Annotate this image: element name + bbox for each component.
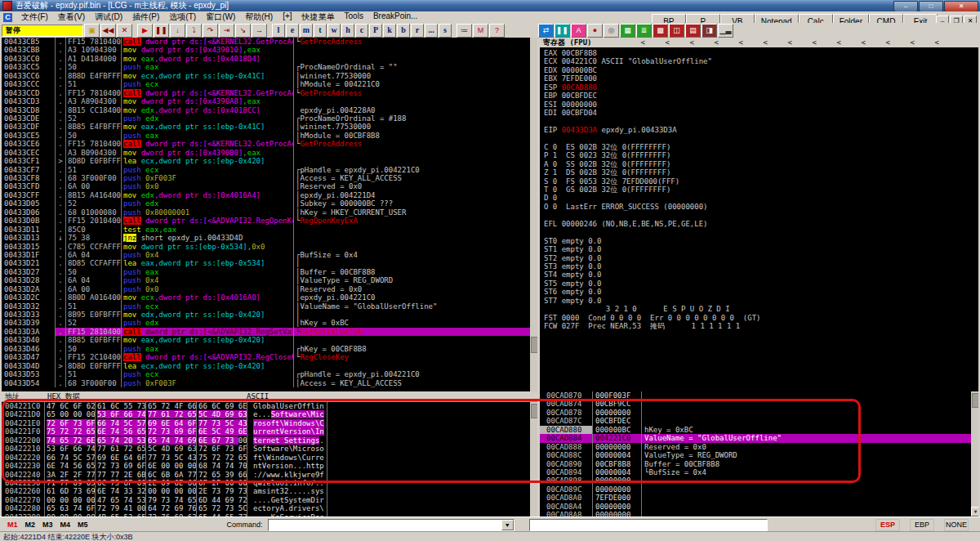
disasm-row[interactable]: 00433CDE.52push edx┌ProcNameOrOrdinal = … [2,114,537,123]
follow-button-none[interactable]: NONE [944,519,969,531]
menu-item-9[interactable]: Tools [340,11,368,23]
dump-row[interactable]: 004221E072 6F 73 6F66 74 5C 5769 6E 64 6… [2,419,537,427]
dump-row[interactable]: 0042226061 6D 73 696E 74 33 3200 00 00 0… [2,487,537,495]
toolbar-letter-b[interactable]: b [397,24,410,38]
disasm-row[interactable]: 00433CBB.A3 10904300mov dword ptr ds:[0x… [2,46,537,54]
command-dropdown-arrow[interactable]: ▼ [501,520,514,530]
stack-pane[interactable]: 00CAD870000F003F00CAD87400CBF9CC00CAD878… [540,391,978,516]
disasm-row[interactable]: 00433CFD.6A 00push 0x0│Reserved = 0x0 [2,182,537,190]
dump-row[interactable]: 004221F075 72 72 656E 74 56 6572 73 69 6… [2,427,537,436]
disasm-row[interactable]: 00433CEC.A3 B0904300mov dword ptr ds:[0x… [2,149,537,157]
toolbar-letter-l[interactable]: l [272,24,285,38]
history-chevron[interactable]: < [739,38,743,47]
toolbar-plugin-icon-8[interactable]: ◫ [669,24,684,38]
disasm-row[interactable]: 00433D32.51push ecx│ValueName = "GlobalU… [2,302,537,311]
toolbar-letter-dotdotdot[interactable]: ... [425,24,438,38]
history-chevron[interactable]: < [911,38,915,47]
memory-tab-m3[interactable]: M3 [42,521,53,529]
stack-row[interactable]: 00CAD89400000004└BufSize = 0x4 [540,468,978,476]
stack-row[interactable]: 00CAD884004221C0ValueName = "GlobalUserO… [540,434,978,442]
disasm-row[interactable]: 00433CD8.8B15 CC184000mov edx,dword ptr … [2,106,537,114]
stack-row[interactable]: 00CAD87C00CBFDEC [540,417,978,425]
disasm-row[interactable]: 00433D46.50push eax┌hKey = 00CBF8B8 [2,345,537,353]
toolbar-plugin-icon-0[interactable]: ⇄ [538,24,554,38]
stack-row[interactable]: 00CAD88800000000Reserved = 0x0 [540,443,978,451]
disasm-row[interactable]: 00433CE6.FF15 78104000call dword ptr ds:… [2,140,537,148]
disasm-row[interactable]: 00433CC5.50push eax┌ProcNameOrOrdinal = … [2,63,537,71]
disasm-row[interactable]: 00433CB5.FF15 78104000call dword ptr ds:… [2,38,537,46]
history-chevron[interactable]: < [862,38,866,47]
history-chevron[interactable]: < [666,38,670,47]
toolbar-plugin-icon-7[interactable]: ▩ [653,24,668,38]
disasm-row[interactable]: 00433CCC.51push ecx│hModule = 004221C0 [2,80,537,88]
aux-input[interactable] [529,519,768,531]
dump-scroll-thumb[interactable] [531,404,537,418]
toolbar-aux-icon-1[interactable]: M [473,24,488,38]
history-chevron[interactable]: < [715,38,719,47]
toolbar-letter-h[interactable]: h [341,24,354,38]
menu-item-2[interactable]: 调试(D) [90,11,127,23]
toolbar-aux-icon-2[interactable]: ? [489,24,505,38]
history-chevron[interactable]: < [886,38,890,47]
disasm-row[interactable]: 00433D33.8B95 E0FBFFFFmov edx,dword ptr … [2,311,537,319]
menu-item-3[interactable]: 插件(P) [127,11,164,23]
toolbar-aux-icon-0[interactable]: ≔ [457,24,472,38]
toolbar-plugin-icon-6[interactable]: ≣ [636,24,652,38]
stack-row[interactable]: 00CAD87400CBF9CC [540,400,978,408]
stack-row[interactable]: 00CAD8A07EFDE000 [540,494,978,502]
toolbar-plugin-icon-2[interactable]: A [571,24,586,38]
history-chevron[interactable]: < [764,38,768,47]
toolbar-letter-e[interactable]: e [286,24,299,38]
toolbar-plugin-icon-4[interactable]: ◎ [604,24,619,38]
history-chevron[interactable]: < [813,38,817,47]
dump-row[interactable]: 004221D065 00 00 0053 6F 66 7477 61 72 6… [2,410,537,418]
toolbar-icon-9[interactable]: ⇥ [219,24,234,38]
disasm-row[interactable]: 00433D3A.FF15 28104000call dword ptr ds:… [2,328,537,336]
stack-row[interactable]: 00CAD89800000000 [540,476,978,485]
toolbar-plugin-icon-5[interactable]: ▦ [620,24,635,38]
hex-dump-pane[interactable]: 地址 HEX 数据 ASCII 004221C047 6C 6F 6261 6C… [2,391,537,516]
dump-row[interactable]: 0042227000 00 00 0047 65 74 5379 73 74 6… [2,496,537,504]
dump-row[interactable]: 0042222066 74 5C 5769 6E 64 6F77 73 5C 4… [2,454,537,462]
memory-tab-m1[interactable]: M1 [7,521,18,529]
disasm-row[interactable]: 00433D2C.8B0D A0164000mov ecx,dword ptr … [2,293,537,302]
disasm-row[interactable]: 00433CCD.FF15 78104000call dword ptr ds:… [2,89,537,97]
stack-row[interactable]: 00CAD88C00000004ValueType = REG_DWORD [540,451,978,459]
toolbar-letter-t[interactable]: t [314,24,327,38]
disasm-row[interactable]: 00433D28.6A 04push 0x4│ValueType = REG_D… [2,276,537,284]
toolbar-icon-7[interactable]: ⤵ [186,24,202,38]
stack-row[interactable]: 00CAD8A800000000 [540,511,978,516]
stack-row[interactable]: 00CAD89C00000000 [540,485,978,494]
toolbar-icon-1[interactable]: ◀◀ [100,24,116,38]
disasm-row[interactable]: 00433D53.51push ecx┌pHandle = epxdy_pi.0… [2,370,537,378]
stack-scroll-thumb[interactable] [972,393,978,408]
disasm-row[interactable]: 00433D0B.FF15 20104000call dword ptr ds:… [2,217,537,225]
toolbar-plugin-icon-3[interactable]: ● [587,24,603,38]
menu-item-4[interactable]: 选项(T) [164,11,201,23]
toolbar-letter-k[interactable]: k [383,24,396,38]
disasm-row[interactable]: 00433D05.52push edx│Subkey = 000000BC ??… [2,199,537,208]
history-chevron[interactable]: < [837,38,841,47]
dump-row[interactable]: 0042225071 77 69 656C 75 6F 692E 69 6E 6… [2,479,537,487]
stack-row[interactable]: 00CAD87800000000 [540,409,978,417]
dump-scrollbar[interactable] [530,402,537,516]
dump-row[interactable]: 004222403A 2F 2F 7777 77 2E 6B6C 6B 6A 7… [2,471,537,479]
memory-tab-m2[interactable]: M2 [25,521,36,529]
dump-row[interactable]: 004221C047 6C 6F 6261 6C 55 7365 72 4F 6… [2,402,537,410]
memory-tab-m5[interactable]: M5 [78,521,88,529]
disasm-row[interactable]: 00433CF7.51push ecx┌pHandle = epxdy_pi.0… [2,166,537,174]
stack-row[interactable]: 00CAD8A400000000 [540,503,978,511]
toolbar-plugin-icon-1[interactable]: ❚❚ [555,24,570,38]
toolbar-letter-s[interactable]: s [439,24,452,38]
registers-pane[interactable]: 寄存器 (FPU) <<<<<<<<<<<<< EAX 00CBF8B8ECX … [540,38,978,391]
disasm-scrollbar[interactable] [530,38,537,391]
disasm-row[interactable]: 00433D54.68 3F000F00push 0xF003F│Access … [2,379,537,387]
dump-row[interactable]: 0042220074 65 72 6E65 74 20 5365 74 74 6… [2,436,537,445]
menu-item-0[interactable]: 文件(F) [16,11,53,23]
toolbar-icon-5[interactable]: ❚❚ [154,24,169,38]
disasm-row[interactable]: 00433CC0.A1 D4184000mov eax,dword ptr ds… [2,55,537,63]
command-input[interactable]: ▼ [268,519,514,531]
disasm-row[interactable]: 00433CE5.50push eax│hModule = 00CBF8B8 [2,132,537,140]
toolbar-icon-8[interactable]: ↷ [203,24,218,38]
minimize-button[interactable]: – [893,1,918,12]
